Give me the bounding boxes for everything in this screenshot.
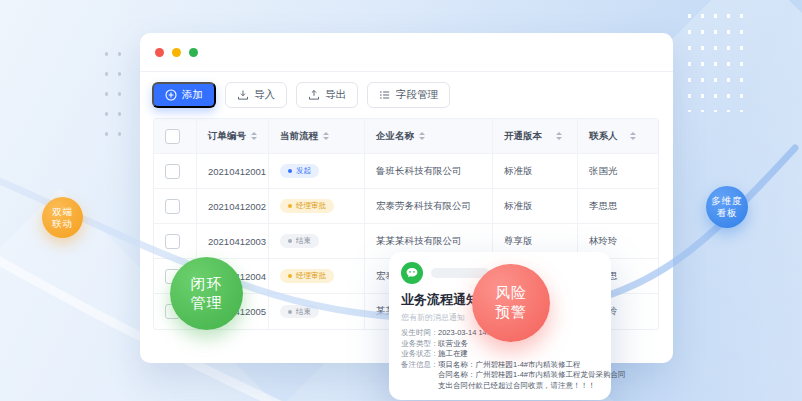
export-button[interactable]: 导出 — [296, 82, 358, 108]
bg-dot-grid-left — [100, 44, 127, 140]
row-checkbox[interactable] — [165, 199, 180, 214]
status-badge: 发起 — [280, 164, 319, 178]
feature-badge-closed-loop: 闭环 管理 — [170, 257, 243, 330]
import-button-label: 导入 — [254, 88, 275, 102]
notification-field: 合同名称：广州碧桂园1-4#市内精装修工程龙骨采购合同 — [401, 370, 599, 381]
status-dot-icon — [288, 310, 292, 314]
status-badge: 经理审批 — [280, 199, 334, 213]
export-button-label: 导出 — [325, 88, 346, 102]
notification-source-placeholder — [431, 268, 489, 278]
cell-order-no: 20210412003 — [197, 224, 269, 258]
header-select-all[interactable] — [154, 119, 197, 153]
cell-contact: 张国光 — [578, 154, 658, 188]
notification-field: 支出合同付款已经超过合同收票，请注意！！！ — [401, 381, 599, 392]
marketing-scene: 添加 导入 导出 字段管理 — [0, 0, 802, 401]
row-checkbox[interactable] — [165, 234, 180, 249]
export-icon — [308, 89, 320, 101]
sort-icon[interactable] — [630, 132, 636, 140]
row-checkbox[interactable] — [165, 164, 180, 179]
status-badge: 结束 — [280, 234, 319, 248]
sort-icon[interactable] — [251, 132, 257, 140]
feature-badge-multi-dimension: 多维度 看板 — [706, 186, 748, 228]
plus-circle-icon — [165, 89, 177, 101]
sort-icon[interactable] — [419, 132, 425, 140]
window-zoom-icon[interactable] — [189, 48, 198, 57]
window-titlebar — [140, 33, 673, 72]
table-row: 20210412001 发起 鲁班长科技有限公司 标准版 张国光 — [154, 154, 658, 189]
add-button-label: 添加 — [182, 88, 203, 102]
header-company-name[interactable]: 企业名称 — [365, 119, 493, 153]
status-dot-icon — [288, 204, 292, 208]
wechat-message-icon — [401, 262, 423, 284]
window-minimize-icon[interactable] — [172, 48, 181, 57]
table-row: 20210412002 经理审批 宏泰劳务科技有限公司 标准版 李思思 — [154, 189, 658, 224]
sort-icon[interactable] — [323, 132, 329, 140]
list-settings-icon — [379, 89, 391, 101]
notification-field: 业务状态： 施工在建 — [401, 349, 599, 360]
status-dot-icon — [288, 274, 292, 278]
status-badge: 经理审批 — [280, 269, 334, 283]
status-dot-icon — [288, 169, 292, 173]
notification-field: 备注信息： 项目名称：广州碧桂园1-4#市内精装修工程 — [401, 360, 599, 371]
cell-version: 标准版 — [493, 189, 578, 223]
cell-order-no: 20210412002 — [197, 189, 269, 223]
cell-order-no: 20210412001 — [197, 154, 269, 188]
field-manage-button[interactable]: 字段管理 — [367, 82, 450, 108]
header-version[interactable]: 开通版本 — [493, 119, 578, 153]
header-order-no[interactable]: 订单编号 — [197, 119, 269, 153]
import-icon — [237, 89, 249, 101]
add-button[interactable]: 添加 — [152, 82, 216, 108]
field-manage-button-label: 字段管理 — [396, 88, 438, 102]
cell-version: 标准版 — [493, 154, 578, 188]
import-button[interactable]: 导入 — [225, 82, 287, 108]
status-badge: 结束 — [280, 305, 319, 319]
header-contact[interactable]: 联系人 — [578, 119, 658, 153]
sort-icon[interactable] — [556, 132, 562, 140]
cell-contact: 李思思 — [578, 189, 658, 223]
table-header-row: 订单编号 当前流程 企业名称 开通版本 联系人 — [154, 119, 658, 154]
header-current-process[interactable]: 当前流程 — [269, 119, 365, 153]
bg-dot-grid-right — [683, 8, 747, 112]
window-close-icon[interactable] — [155, 48, 164, 57]
cell-company: 鲁班长科技有限公司 — [365, 154, 493, 188]
cell-company: 宏泰劳务科技有限公司 — [365, 189, 493, 223]
toolbar: 添加 导入 导出 字段管理 — [140, 72, 673, 118]
feature-badge-dual-end: 双端 联动 — [42, 197, 83, 238]
feature-badge-risk-warning: 风险 预警 — [472, 264, 550, 342]
select-all-checkbox[interactable] — [165, 129, 180, 144]
status-dot-icon — [288, 239, 292, 243]
